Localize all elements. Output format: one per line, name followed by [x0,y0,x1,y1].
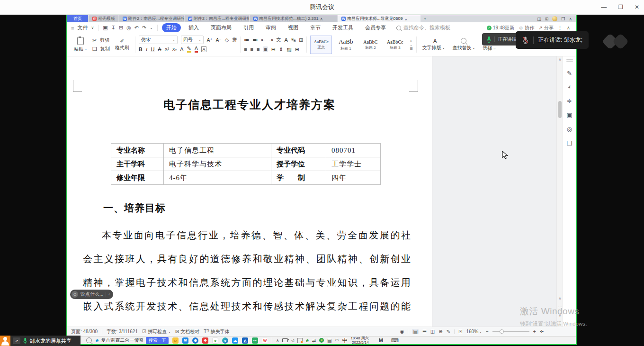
maximize-button[interactable]: ❐ [618,4,623,10]
keyboard-ime-icon[interactable]: ⌨ [391,337,399,344]
mail-icon[interactable]: ✉ [182,337,188,344]
print-icon[interactable]: ⊟ [119,25,123,31]
menu-view[interactable]: 视图 [284,23,303,32]
new-tab-button[interactable]: + [421,15,429,22]
netdisk-cloud-icon[interactable]: ☁ [232,337,238,344]
styles-up-icon[interactable]: ∧ [410,39,412,43]
select-tool-icon[interactable]: ➢ [566,84,573,90]
account-avatar[interactable] [552,16,557,21]
spell-check-button[interactable]: ☑ 拼写检查 ⌄ [142,328,171,335]
sort-icon[interactable]: A [285,37,288,43]
font-size-select[interactable]: 四号 ⌄ [181,36,204,44]
mountain-app-icon[interactable]: ◭ [242,337,248,344]
menu-references[interactable]: 引用 [239,23,258,32]
stamp-icon[interactable]: ▣ [566,111,572,118]
style-heading1[interactable]: AaBb 标题 1 [335,36,357,54]
outline-view-icon[interactable]: ☰ [422,329,427,334]
word-count[interactable]: 字数: 3/111621 [107,328,138,335]
char-border-icon[interactable]: A [201,46,206,52]
zoom-level[interactable]: 160% ⌄ [466,329,482,334]
menu-page-layout[interactable]: 页面布局 [206,23,236,32]
adjust-icon[interactable]: ≑ [567,97,572,104]
wps-collapse-icon[interactable]: ∧ [569,17,572,21]
minimize-button[interactable]: — [601,4,607,10]
tab-char-icon[interactable]: ↹ [291,37,295,43]
eye-protect-icon[interactable]: ◉ [400,329,404,334]
find-replace-button[interactable]: 查找替换⌄ [450,38,478,51]
numbering-icon[interactable]: ≕ [252,37,258,43]
location-icon[interactable]: ◎ [567,126,572,133]
pinyin-guide-icon[interactable]: 拼 [232,36,237,43]
fullscreen-icon[interactable]: ✛ [540,329,544,334]
scrollbar-thumb[interactable] [558,101,562,118]
edge-icon[interactable]: e [222,337,228,344]
tab-doc-2[interactable]: W 附件2：南昌应...程专业调研报告 [185,15,249,22]
m-app-taskbar-icon[interactable]: M [379,337,383,343]
underline-icon[interactable]: U [151,46,154,52]
increase-indent-icon[interactable]: ⇥ [268,37,273,43]
close-button[interactable]: ✕ [635,4,639,10]
file-caret-icon[interactable]: ∨ [91,26,94,30]
tab-daoke-template[interactable]: 稻 稻壳模板 [89,15,118,22]
subscript-icon[interactable]: X₂ [172,47,177,52]
page-view-icon[interactable]: ▤ [412,329,418,334]
strikethrough-icon[interactable]: A [158,46,161,52]
tab-doc-3[interactable]: W 南昌应用技术师范...稿二) 2.201 ∧ [250,15,337,22]
ie-green-icon[interactable]: e [212,337,218,344]
clock[interactable]: 19:48 周六 2022/5/14 [350,337,368,345]
pen-icon[interactable]: ✎ [567,70,572,77]
collapse-chat-icon[interactable]: ‹ [108,292,110,297]
window-grid-icon[interactable]: ⊞ [545,17,549,21]
tab-doc-4-active[interactable]: W 南昌应用技术师...导意见0509 ⌄ [338,15,420,22]
distribute-icon[interactable]: ⊟ [271,46,276,53]
screen-share-indicator[interactable]: ↗ 邹水龙的屏幕共享 [0,336,80,346]
cjk-layout-icon[interactable]: 文 [277,36,281,43]
redo-icon[interactable]: ↷ [142,25,146,31]
italic-icon[interactable]: I [146,46,148,52]
align-right-icon[interactable]: ≡ [257,46,259,52]
save-icon[interactable]: ▣ [103,25,107,31]
tab-dropdown-icon[interactable]: ⌄ [404,17,408,21]
window-split-icon[interactable]: ◫ [537,17,541,21]
font-name-select[interactable]: 仿宋 ⌄ [139,36,178,44]
write-mode-icon[interactable]: ✎ [447,329,450,334]
style-heading3[interactable]: AaBbCc 标题 3 [384,36,406,54]
web-view-icon[interactable]: ⊕ [438,329,442,334]
superscript-icon[interactable]: X² [165,47,169,52]
sync-tray-icon[interactable]: ⇄ [312,338,316,343]
command-search[interactable]: 查找命令、搜索模板 [396,24,450,31]
line-spacing-icon[interactable]: ⇕ [279,46,283,53]
highlight-icon[interactable]: ✎ [187,46,191,53]
text-layout-button[interactable]: ≡A 文字排版⌄ [420,38,447,51]
bold-icon[interactable]: B [139,46,143,52]
app-store-icon[interactable]: ❖ [202,337,208,344]
screenshot-tray-icon[interactable] [297,338,303,343]
security-tray-icon[interactable]: ¥ [319,338,324,343]
wps-app-icon[interactable]: W [262,337,268,344]
document-page[interactable]: 电子信息工程专业人才培养方案 专业名称 电子信息工程 专业代码 080701 主… [67,56,432,327]
export-icon[interactable]: ↧ [111,25,116,31]
wordart-icon[interactable]: A [180,46,183,52]
tray-ie-icon[interactable]: e [306,338,309,343]
zoom-out-icon[interactable]: − [486,329,489,334]
menu-dev-tools[interactable]: 开发工具 [328,23,358,32]
formatting-marks-icon[interactable]: ⊞ [299,37,303,43]
missing-font-button[interactable]: T? 缺失字体 [204,328,230,335]
menu-home[interactable]: 开始 [162,23,181,32]
taskbar-search-icon[interactable] [86,337,92,343]
more-menu-icon[interactable]: ⋮ [558,25,563,30]
page-indicator[interactable]: 页面: 48/300 [71,328,98,335]
bullets-icon[interactable]: ≔ [244,37,249,43]
zoom-in-icon[interactable]: + [533,329,536,334]
collab-button[interactable]: ☺ 协作 [519,25,534,31]
align-justify-icon[interactable]: ≡ [263,46,268,52]
news-search-widget[interactable]: e 复古雷霆二合一传奇 搜索一下 [96,337,169,344]
font-color-icon[interactable]: A [195,46,198,53]
print-preview-icon[interactable]: ◎ [126,25,131,31]
tab-pin-icon[interactable]: ∧ [320,17,323,21]
format-painter-button[interactable]: ✐ 格式刷 [113,38,132,51]
wifi-icon[interactable]: ◠ [335,338,339,343]
style-heading2[interactable]: AaBbC 标题 2 [359,36,381,54]
proofread-button[interactable]: ⊠ 文档校对 [175,328,199,335]
meeting-chat-bubble[interactable]: ☺ 说点什么... ‹ [70,290,113,299]
